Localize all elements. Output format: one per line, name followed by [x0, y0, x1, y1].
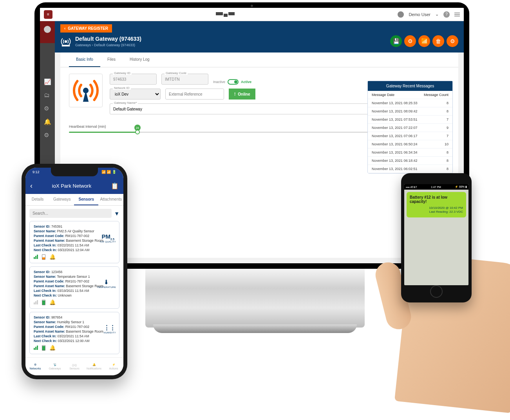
mobile-phone-left: 9:12📶 📶 🔋 ‹ ioX Park Network 📋 Details G… — [22, 164, 127, 379]
profile-icon[interactable] — [44, 26, 51, 33]
battery-icon — [42, 345, 45, 351]
breadcrumb[interactable]: Gateways › Default Gateway (974633) — [75, 43, 141, 47]
help-icon[interactable]: ? — [443, 11, 450, 18]
recent-messages-panel: Gateway Recent Messages Message DateMess… — [367, 81, 453, 174]
ptab-details[interactable]: Details — [25, 194, 50, 205]
hamburger-menu[interactable]: ≡ — [44, 10, 52, 19]
user-avatar[interactable] — [398, 11, 404, 18]
message-row: November 13, 2021 07:06:177 — [368, 132, 452, 140]
user-name[interactable]: Demo User — [409, 12, 430, 17]
online-status[interactable]: !Online — [229, 89, 255, 100]
nav-assets-icon[interactable]: 🗂 — [44, 92, 51, 99]
message-row: November 13, 2021 07:22:079 — [368, 124, 452, 132]
battery-icon — [42, 254, 45, 260]
message-row: November 13, 2021 06:02:518 — [368, 165, 452, 173]
svg-point-0 — [65, 40, 67, 42]
tab-files[interactable]: Files — [100, 52, 123, 67]
sensor-type-icon: PM2.5AIR QUALITY — [100, 233, 116, 243]
gateway-code-field — [161, 74, 208, 85]
save-action[interactable]: 💾 — [390, 35, 402, 47]
signal-icon — [34, 300, 38, 304]
filter-icon[interactable]: ▼ — [114, 210, 119, 217]
mobile-phone-right: •••• AT&T1:47 PM⚡ 88% ▮ Battery #12 is a… — [401, 173, 472, 302]
tab-basic-info[interactable]: Basic Info — [69, 52, 100, 67]
gear-action[interactable]: ⚙ — [447, 35, 458, 47]
gateway-icon — [60, 36, 71, 47]
page-title: Default Gateway (974633) — [75, 36, 141, 42]
alert-icon: 🔔 — [49, 299, 56, 305]
delete-action[interactable]: 🗑 — [432, 35, 444, 47]
nav-networks[interactable]: ⚙Networks — [25, 358, 45, 375]
alert-icon: 🔔 — [49, 254, 56, 260]
phone-notes-icon[interactable]: 📋 — [111, 182, 119, 190]
phone-back-icon[interactable]: ‹ — [30, 182, 33, 190]
phone-title: ioX Park Network — [52, 183, 91, 189]
user-dropdown[interactable]: ⌄ — [435, 12, 439, 17]
message-row: November 13, 2021 06:50:2410 — [368, 140, 452, 148]
gateway-id-field — [110, 74, 157, 85]
back-button[interactable]: ‹GATEWAY REGISTER — [60, 24, 112, 33]
nav-alerts-icon[interactable]: 🔔 — [44, 118, 51, 125]
message-row: November 13, 2021 08:25:338 — [368, 99, 452, 107]
svg-rect-1 — [62, 45, 70, 46]
config-action[interactable]: ⚙ — [404, 35, 416, 47]
nav-gear-icon[interactable]: ⚙ — [44, 132, 51, 139]
alert-icon: 🔔 — [49, 345, 56, 351]
battery-icon — [42, 300, 45, 305]
topbar: ≡ Demo User ⌄ ? — [40, 8, 464, 21]
phone-search-input[interactable] — [29, 209, 112, 218]
nav-gateways[interactable]: 📡Gateways — [45, 358, 65, 375]
ptab-attachments[interactable]: Attachments — [98, 194, 123, 205]
message-row: November 13, 2021 06:34:348 — [368, 148, 452, 157]
list-icon[interactable] — [454, 13, 460, 16]
nav-settings-icon[interactable]: ⚙ — [44, 105, 51, 112]
ptab-sensors[interactable]: Sensors — [74, 194, 98, 205]
signal-action[interactable]: 📶 — [418, 35, 430, 47]
message-row: November 13, 2021 06:18:428 — [368, 157, 452, 165]
gateway-image — [69, 74, 103, 107]
active-toggle[interactable] — [228, 79, 239, 85]
ptab-gateways[interactable]: Gateways — [50, 194, 74, 205]
signal-icon — [34, 255, 38, 259]
sensor-card[interactable]: Sensor ID: 987654 Sensor Name: Humidity … — [29, 312, 119, 354]
network-select[interactable]: ioX Dev — [110, 89, 161, 100]
sms-notification[interactable]: Battery #12 is at low capacity! 10/10/20… — [407, 192, 466, 217]
nav-actions[interactable]: ⚡Actions — [104, 358, 123, 375]
external-ref-field[interactable] — [165, 89, 224, 100]
nav-notifications[interactable]: 🔔Notifications — [84, 358, 104, 375]
sensor-card[interactable]: Sensor ID: 745391 Sensor Name: PM2.5 Air… — [29, 221, 119, 263]
sensor-card[interactable]: Sensor ID: 123456 Sensor Name: Temperatu… — [29, 266, 119, 309]
nav-analytics-icon[interactable]: 📈 — [44, 78, 51, 85]
message-row: November 13, 2021 07:53:517 — [368, 116, 452, 124]
signal-icon — [34, 346, 38, 350]
tab-history[interactable]: History Log — [123, 52, 157, 67]
sensor-type-icon: 🌡TEMPERATURE — [97, 279, 116, 288]
sensor-type-icon: ⋮⋮HUMIDITY — [104, 324, 116, 334]
chevron-left-icon: ‹ — [64, 26, 65, 31]
nav-sensors[interactable]: ((•))Sensors — [65, 358, 84, 375]
message-row: November 13, 2021 08:09:428 — [368, 107, 452, 116]
